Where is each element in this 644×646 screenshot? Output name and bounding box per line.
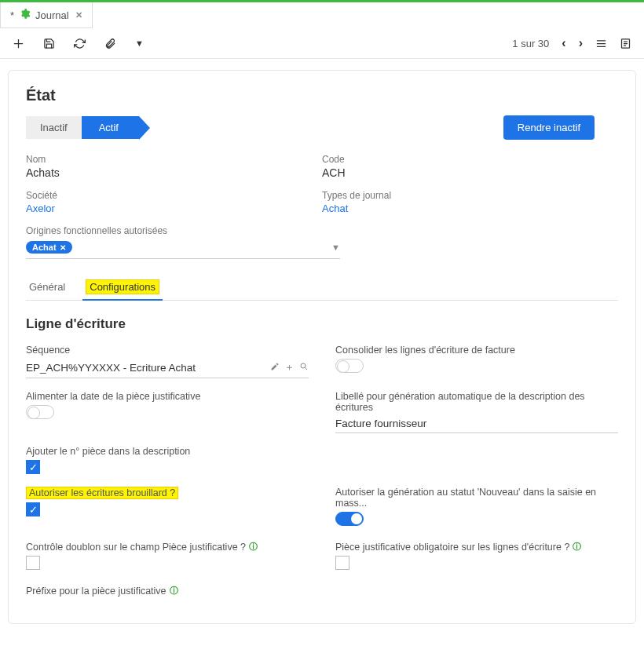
inner-tabs: Général Configurations bbox=[26, 276, 618, 301]
close-icon[interactable]: ✕ bbox=[75, 10, 82, 20]
feed-date-label: Alimenter la date de la pièce justificat… bbox=[26, 391, 309, 402]
add-icon[interactable] bbox=[13, 38, 24, 49]
duplicate-check-label: Contrôle doublon sur le champ Pièce just… bbox=[26, 541, 309, 553]
list-view-icon[interactable] bbox=[595, 38, 607, 49]
name-label: Nom bbox=[26, 154, 309, 165]
allow-draft-checkbox[interactable]: ✓ bbox=[26, 502, 40, 516]
justif-required-text: Pièce justificative obligatoire sur les … bbox=[335, 542, 569, 553]
window-tab-bar: * Journal ✕ bbox=[0, 0, 644, 28]
pager-label: 1 sur 30 bbox=[512, 38, 549, 49]
justif-required-label: Pièce justificative obligatoire sur les … bbox=[335, 541, 618, 553]
code-label: Code bbox=[322, 154, 606, 165]
prefix-label: Préfixe pour la pièce justificative ⓘ bbox=[26, 585, 309, 597]
allow-gen-new-label: Autoriser la génération au statut 'Nouve… bbox=[335, 487, 618, 509]
tab-dirty-marker: * bbox=[10, 9, 14, 21]
feed-date-toggle[interactable] bbox=[26, 405, 54, 419]
add-small-icon[interactable]: ＋ bbox=[284, 360, 295, 374]
toolbar: ▼ 1 sur 30 ‹ › bbox=[0, 28, 644, 59]
company-label: Société bbox=[26, 190, 309, 201]
add-piece-label: Ajouter le n° pièce dans la description bbox=[26, 446, 309, 457]
allow-draft-label: Autoriser les écritures brouillard ? bbox=[26, 487, 309, 499]
journal-type-link[interactable]: Achat bbox=[322, 203, 606, 214]
status-pill-inactive[interactable]: Inactif bbox=[26, 116, 82, 139]
description-gen-label: Libellé pour génération automatique de l… bbox=[335, 391, 618, 413]
refresh-icon[interactable] bbox=[74, 38, 86, 49]
allow-gen-new-toggle[interactable] bbox=[335, 512, 364, 526]
attachment-icon[interactable] bbox=[104, 38, 116, 49]
sequence-input[interactable]: EP_ACH%YYXXXX - Ecriture Achat ＋ bbox=[26, 359, 309, 378]
add-piece-checkbox[interactable]: ✓ bbox=[26, 460, 40, 474]
section-title-ecriture: Ligne d'écriture bbox=[26, 316, 618, 332]
svg-point-1 bbox=[301, 363, 306, 368]
duplicate-check-checkbox[interactable] bbox=[26, 556, 40, 570]
status-pills: Inactif Actif bbox=[26, 116, 139, 139]
status-pill-active[interactable]: Actif bbox=[82, 116, 139, 139]
info-icon[interactable]: ⓘ bbox=[249, 541, 258, 553]
save-icon[interactable] bbox=[43, 38, 55, 49]
dropdown-caret-icon[interactable]: ▼ bbox=[331, 243, 340, 252]
origin-tag-achat[interactable]: Achat ✕ bbox=[26, 241, 72, 254]
remove-tag-icon[interactable]: ✕ bbox=[60, 243, 66, 252]
section-title-etat: État bbox=[26, 86, 618, 104]
edit-icon[interactable] bbox=[270, 362, 280, 374]
gear-icon bbox=[19, 8, 31, 22]
origin-tag-label: Achat bbox=[32, 243, 57, 252]
tab-configurations-highlight: Configurations bbox=[86, 279, 159, 294]
allow-draft-highlight: Autoriser les écritures brouillard ? bbox=[26, 487, 178, 499]
window-tab-journal[interactable]: * Journal ✕ bbox=[0, 2, 93, 28]
sequence-value: EP_ACH%YYXXXX - Ecriture Achat bbox=[26, 362, 265, 374]
info-icon[interactable]: ⓘ bbox=[573, 541, 581, 553]
company-link[interactable]: Axelor bbox=[26, 203, 309, 214]
page-view-icon[interactable] bbox=[620, 38, 631, 49]
prefix-text: Préfixe pour la pièce justificative bbox=[26, 586, 166, 597]
make-inactive-button[interactable]: Rendre inactif bbox=[503, 115, 595, 140]
code-value: ACH bbox=[322, 166, 606, 179]
justif-required-checkbox[interactable] bbox=[335, 556, 349, 570]
origins-tags-input[interactable]: Achat ✕ ▼ bbox=[26, 238, 340, 259]
tab-general[interactable]: Général bbox=[26, 276, 68, 300]
sequence-label: Séquence bbox=[26, 345, 309, 356]
info-icon[interactable]: ⓘ bbox=[170, 585, 178, 597]
tab-configurations[interactable]: Configurations bbox=[82, 276, 163, 301]
next-arrow-icon[interactable]: › bbox=[579, 36, 583, 50]
name-value: Achats bbox=[26, 166, 309, 179]
tab-title: Journal bbox=[35, 9, 69, 21]
prev-arrow-icon[interactable]: ‹ bbox=[562, 36, 565, 50]
dropdown-caret-icon[interactable]: ▼ bbox=[135, 38, 144, 48]
duplicate-check-text: Contrôle doublon sur le champ Pièce just… bbox=[26, 542, 246, 553]
consolidate-label: Consolider les lignes d'écriture de fact… bbox=[335, 345, 618, 356]
consolidate-toggle[interactable] bbox=[335, 359, 364, 373]
journal-type-label: Types de journal bbox=[322, 190, 606, 201]
origins-label: Origines fonctionnelles autorisées bbox=[26, 225, 618, 236]
description-gen-input[interactable] bbox=[335, 416, 618, 433]
search-small-icon[interactable] bbox=[299, 362, 309, 374]
form-card: État Inactif Actif Rendre inactif Nom Ac… bbox=[8, 70, 636, 624]
